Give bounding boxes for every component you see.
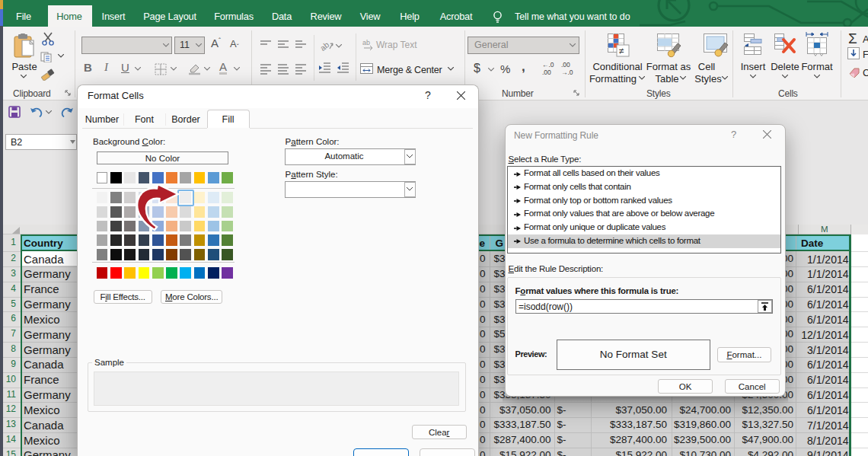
- svg-text:ab: ab: [320, 40, 330, 51]
- svg-text:ab: ab: [362, 39, 370, 46]
- svg-text:≠: ≠: [619, 46, 624, 56]
